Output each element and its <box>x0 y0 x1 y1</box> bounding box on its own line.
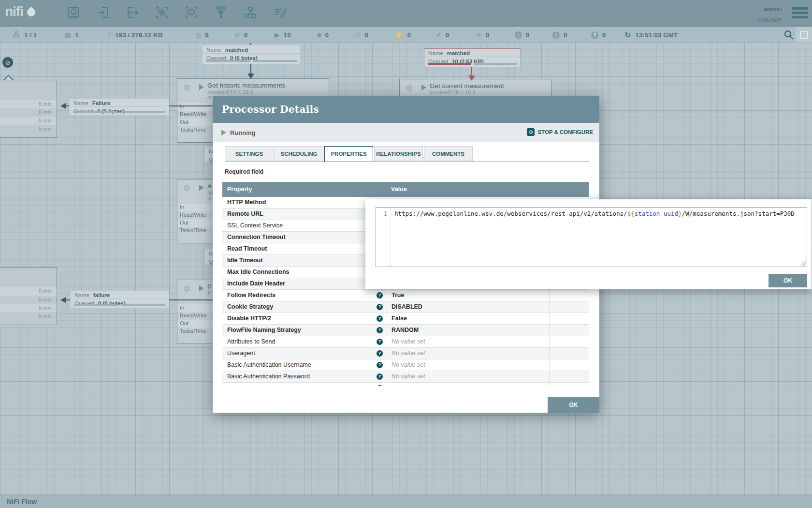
property-help-icon[interactable]: ? <box>377 327 383 333</box>
up-to-date-count: 0 <box>446 31 450 39</box>
property-row: Basic Authentication Password?No value s… <box>222 371 589 383</box>
connection-line-red[interactable] <box>471 67 472 75</box>
invalid-count: 0 <box>365 31 369 39</box>
running-status-icon <box>199 84 204 90</box>
label-icon[interactable] <box>273 5 287 20</box>
property-value-cell: No value set <box>386 348 549 359</box>
tab-properties[interactable]: PROPERTIES <box>324 146 373 162</box>
status-item-locally-modified: ✳0 <box>476 27 489 43</box>
tab-relationships[interactable]: RELATIONSHIPS <box>374 146 423 161</box>
connection-name-key: Name <box>74 292 89 298</box>
template-icon[interactable] <box>243 5 258 20</box>
processor-type-icon: ⚙ <box>183 284 190 294</box>
property-name-cell: Remote URL? <box>222 209 386 220</box>
status-item-sync-failure: ?0 <box>591 27 606 43</box>
tab-settings[interactable]: SETTINGS <box>225 146 274 161</box>
status-item-stopped: ■0 <box>317 27 329 43</box>
required-field-label: Required field <box>225 168 263 175</box>
property-name-cell: Disable HTTP/2? <box>222 313 386 324</box>
stale-icon: ↑ <box>515 31 522 39</box>
funnel-icon[interactable] <box>214 5 228 20</box>
value-column-header: Value <box>386 182 589 197</box>
dialog-tabs: SETTINGSSCHEDULINGPROPERTIESRELATIONSHIP… <box>225 146 589 162</box>
processor-type: InvokeHTTP 1.16.3 <box>430 90 476 95</box>
property-value-cell: DISABLED <box>386 301 549 313</box>
property-row: Cookie Strategy?DISABLED <box>222 301 589 313</box>
connection-label-failure-lower[interactable]: Name failure Queued 0 (0 bytes) <box>70 290 169 309</box>
property-name-cell: Basic Authentication Username? <box>222 359 386 371</box>
remote-process-group-icon[interactable] <box>184 5 199 20</box>
operate-panel-button[interactable] <box>796 27 812 43</box>
connection-label-matched-top[interactable]: Name matched Queued 0 (0 bytes) <box>202 45 301 64</box>
property-row: Attributes to Send?No value set <box>222 336 589 348</box>
properties-table-header: Property Value <box>222 182 589 197</box>
property-help-icon[interactable]: ? <box>377 374 383 380</box>
logout-link[interactable]: LOG OUT <box>757 16 782 25</box>
property-name-cell: Connection Timeout? <box>222 232 386 243</box>
processor-type: InvokeHTTP 1.16.3 <box>207 89 253 95</box>
output-port-icon[interactable] <box>125 5 140 20</box>
processor-name: A <box>207 182 212 190</box>
refresh-block[interactable]: ↻ 13:51:03 GMT <box>624 27 678 43</box>
property-name-cell: SSL Context Service? <box>222 220 386 231</box>
status-item-running: ▶15 <box>275 27 291 43</box>
property-value-cell: True <box>386 290 549 301</box>
editor-ok-button[interactable]: OK <box>768 274 807 287</box>
resize-handle[interactable] <box>800 260 806 266</box>
dialog-ok-button[interactable]: OK <box>548 397 599 413</box>
cluster-icon <box>12 30 20 40</box>
connection-name-key: Name <box>206 47 221 53</box>
property-help-icon[interactable]: ? <box>377 304 383 310</box>
remote-url-value[interactable]: https://www.pegelonline.wsv.de/webservic… <box>391 208 798 267</box>
connection-label-matched-right[interactable]: Name matched Queued 10 (2.53 KB) <box>424 48 521 67</box>
breadcrumb[interactable]: NiFi Flow <box>7 498 37 506</box>
connection-progress-bars <box>428 63 517 65</box>
connection-progress-bars <box>74 304 165 306</box>
cluster-count: 1 / 1 <box>24 31 37 39</box>
not-transmitting-count: 0 <box>244 31 248 39</box>
processor-left-edge-lower[interactable]: 5 min 5 min 5 min 5 min <box>0 267 57 325</box>
running-status-label: Running <box>230 129 256 136</box>
status-item-not-transmitting: ⊘0 <box>234 27 247 43</box>
property-help-icon[interactable]: ? <box>377 362 383 368</box>
canvas-badge-icon[interactable]: ⊘ <box>2 57 13 68</box>
connection-progress-bars <box>206 60 297 62</box>
running-icon: ▶ <box>275 31 280 38</box>
processor-icon[interactable] <box>66 5 81 20</box>
property-value-cell: RANDOM <box>386 325 549 336</box>
property-help-icon[interactable]: ? <box>377 292 383 299</box>
input-port-icon[interactable] <box>96 5 110 20</box>
processor-stats: 5 min 5 min 5 min 5 min <box>0 100 57 133</box>
property-value-cell: No value set <box>386 336 549 347</box>
property-help-icon[interactable]: ? <box>377 315 383 322</box>
connection-progress-bars <box>73 111 165 113</box>
property-column-header: Property <box>222 182 386 197</box>
property-row: Basic Authentication Username?No value s… <box>222 359 589 371</box>
search-icon[interactable] <box>783 29 795 41</box>
status-item-locally-modified-stale: !0 <box>552 27 567 43</box>
refresh-icon[interactable]: ↻ <box>624 30 631 40</box>
process-group-icon[interactable] <box>155 5 169 20</box>
connection-arrow-left-icon <box>60 103 66 109</box>
global-menu-icon[interactable] <box>792 7 808 20</box>
property-name-cell: FlowFile Naming Strategy? <box>222 325 386 336</box>
nifi-logo: nifi <box>5 4 35 19</box>
processor-type: Jo <box>207 190 213 195</box>
tab-scheduling[interactable]: SCHEDULING <box>275 146 323 161</box>
property-help-icon[interactable]: ? <box>377 385 383 386</box>
value-editor-textarea[interactable]: 1 https://www.pegelonline.wsv.de/webserv… <box>376 207 807 267</box>
connection-name-key: Name <box>73 100 88 106</box>
connection-arrow-left-icon <box>60 297 66 303</box>
remote-groups-count: 1 <box>75 31 79 39</box>
property-help-icon[interactable]: ? <box>377 339 383 345</box>
connection-label-failure-upper[interactable]: Name Failure Queued 0 (0 bytes) <box>69 98 169 116</box>
locally-modified-stale-icon: ! <box>552 31 560 39</box>
property-name-cell: Basic Authentication Password? <box>222 371 386 382</box>
property-help-icon[interactable]: ? <box>377 350 383 357</box>
processor-type-icon: ⚙ <box>183 83 190 93</box>
running-status-icon <box>199 185 204 191</box>
property-value-cell <box>386 383 549 386</box>
stop-and-configure-button[interactable]: ⚙ STOP & CONFIGURE <box>527 128 593 136</box>
tab-comments[interactable]: COMMENTS <box>424 146 473 161</box>
processor-left-edge-upper[interactable]: 5 min 5 min 5 min 5 min <box>0 80 57 138</box>
